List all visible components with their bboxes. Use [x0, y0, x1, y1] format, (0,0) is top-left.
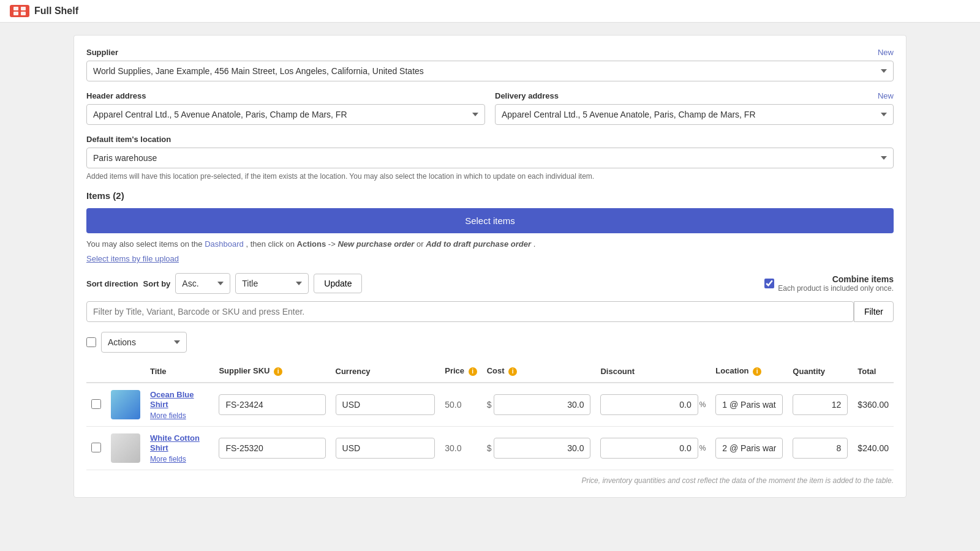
row2-checkbox[interactable]: [91, 443, 101, 452]
row2-currency-input[interactable]: [336, 438, 435, 459]
app-title: Full Shelf: [34, 6, 78, 17]
supplier-new-link[interactable]: New: [878, 48, 894, 57]
location-group: Default item's location Paris warehouse …: [86, 135, 894, 181]
draft-bold: Add to draft purchase order: [426, 239, 531, 249]
row1-title: Ocean Blue Shirt More fields: [145, 383, 214, 427]
row2-image: [106, 427, 145, 470]
col-image: [106, 360, 145, 383]
location-label: Default item's location: [86, 135, 894, 144]
col-quantity: Quantity: [788, 360, 853, 383]
row2-discount-input[interactable]: [600, 438, 698, 459]
sort-row: Sort direction Sort by Asc. Desc. Title …: [86, 273, 894, 294]
actions-select[interactable]: Actions: [101, 332, 187, 353]
col-location: Location i: [710, 360, 788, 383]
col-total: Total: [853, 360, 894, 383]
row2-sku: [214, 427, 330, 470]
row2-check: [86, 427, 106, 470]
row1-quantity: [788, 383, 853, 427]
row1-discount-input[interactable]: [600, 394, 698, 415]
delivery-address-select[interactable]: Apparel Central Ltd., 5 Avenue Anatole, …: [495, 104, 894, 125]
location-info-icon: i: [753, 367, 761, 376]
row1-more-fields[interactable]: More fields: [150, 411, 209, 420]
filter-row: Filter: [86, 301, 894, 322]
delivery-address-group: Delivery address New Apparel Central Ltd…: [495, 91, 894, 125]
row1-image: [106, 383, 145, 427]
row2-quantity: [788, 427, 853, 470]
filter-input[interactable]: [86, 301, 854, 322]
select-all-checkbox[interactable]: [86, 337, 96, 347]
table-row: White Cotton Shirt More fields 30.0: [86, 427, 894, 470]
col-price: Price i: [440, 360, 481, 383]
footer-note: Price, inventory quantities and cost ref…: [86, 476, 894, 485]
row2-quantity-input[interactable]: [793, 438, 848, 459]
new-po-bold: New purchase order: [337, 239, 414, 249]
header-address-select[interactable]: Apparel Central Ltd., 5 Avenue Anatole, …: [86, 104, 485, 125]
row2-total: $240.00: [853, 427, 894, 470]
row1-cost-input[interactable]: [494, 394, 590, 415]
row1-dollar-sign: $: [487, 400, 492, 410]
row2-more-fields[interactable]: More fields: [150, 455, 209, 463]
main-content: Supplier New World Supplies, Jane Exampl…: [61, 23, 919, 520]
row2-currency: [331, 427, 440, 470]
row2-location: [710, 427, 788, 470]
app-header: Full Shelf: [0, 0, 980, 23]
row2-title: White Cotton Shirt More fields: [145, 427, 214, 470]
combine-items-group: Combine items Each product is included o…: [764, 274, 894, 293]
row1-location: [710, 383, 788, 427]
sort-direction-select[interactable]: Asc. Desc.: [175, 273, 230, 294]
header-address-group: Header address Apparel Central Ltd., 5 A…: [86, 91, 485, 125]
row2-location-input[interactable]: [715, 438, 783, 459]
price-info-icon: i: [469, 367, 477, 376]
table-row: Ocean Blue Shirt More fields 50.0 $: [86, 383, 894, 427]
items-info: You may also select items on the Dashboa…: [86, 239, 894, 249]
row2-dollar-sign: $: [487, 443, 492, 453]
svg-rect-2: [21, 7, 26, 10]
sort-by-select[interactable]: Title SKU Price: [235, 273, 309, 294]
row1-price: 50.0: [440, 383, 481, 427]
row1-currency-input[interactable]: [336, 394, 435, 415]
row1-location-input[interactable]: [715, 394, 783, 415]
col-discount: Discount: [595, 360, 710, 383]
row1-sku-input[interactable]: [219, 394, 325, 415]
col-check: [86, 360, 106, 383]
combine-sub: Each product is included only once.: [778, 284, 894, 293]
combine-label: Combine items: [778, 274, 894, 284]
col-sku: Supplier SKU i: [214, 360, 330, 383]
svg-rect-3: [21, 12, 26, 15]
combine-items-checkbox[interactable]: [764, 279, 774, 288]
row1-sku: [214, 383, 330, 427]
actions-row: Actions: [86, 332, 894, 353]
supplier-select[interactable]: World Supplies, Jane Example, 456 Main S…: [86, 61, 894, 81]
actions-bold: Actions: [297, 239, 326, 249]
svg-rect-0: [13, 7, 18, 10]
filter-button[interactable]: Filter: [854, 301, 894, 322]
row2-product-image: [111, 433, 140, 463]
file-upload-link[interactable]: Select items by file upload: [86, 254, 179, 263]
row2-cost-input[interactable]: [494, 438, 590, 459]
table-body: Ocean Blue Shirt More fields 50.0 $: [86, 383, 894, 470]
sort-by-label: Sort by: [143, 279, 171, 288]
row1-quantity-input[interactable]: [793, 394, 848, 415]
row1-check: [86, 383, 106, 427]
delivery-address-label: Delivery address New: [495, 91, 894, 100]
row1-product-name[interactable]: Ocean Blue Shirt: [150, 390, 194, 409]
svg-rect-1: [13, 12, 18, 15]
items-section: Items (2) Select items You may also sele…: [86, 190, 894, 263]
supplier-label: Supplier New: [86, 48, 894, 57]
row2-sku-input[interactable]: [219, 438, 325, 459]
update-button[interactable]: Update: [314, 274, 362, 293]
row2-product-name[interactable]: White Cotton Shirt: [150, 433, 200, 452]
dashboard-link[interactable]: Dashboard: [205, 239, 244, 249]
col-cost: Cost i: [482, 360, 596, 383]
app-logo: [10, 5, 29, 17]
cost-info-icon: i: [508, 367, 517, 376]
header-address-label: Header address: [86, 91, 485, 100]
delivery-address-new-link[interactable]: New: [878, 91, 894, 100]
select-items-button[interactable]: Select items: [86, 208, 894, 233]
row1-cost: $: [482, 383, 596, 427]
form-card: Supplier New World Supplies, Jane Exampl…: [74, 35, 907, 498]
row1-checkbox[interactable]: [91, 399, 101, 409]
location-select[interactable]: Paris warehouse: [86, 148, 894, 168]
row2-cost: $: [482, 427, 596, 470]
col-title: Title: [145, 360, 214, 383]
